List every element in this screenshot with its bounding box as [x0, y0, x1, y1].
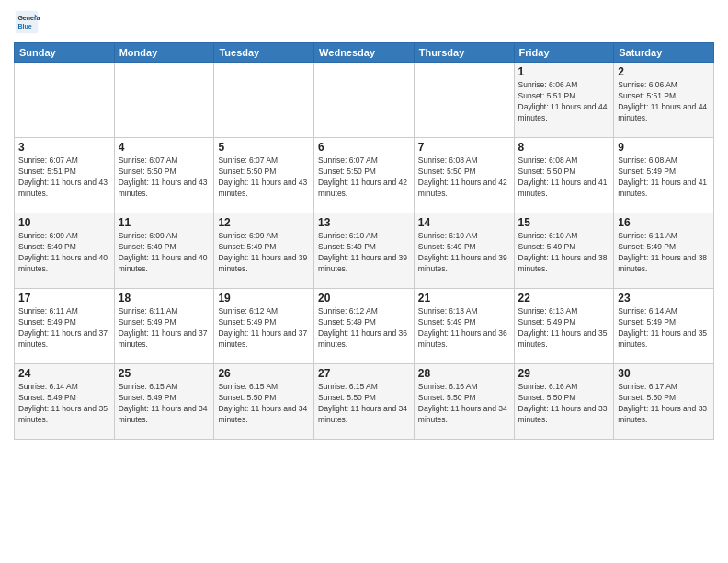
cell-day-number: 12: [218, 216, 310, 229]
calendar-header: SundayMondayTuesdayWednesdayThursdayFrid…: [15, 43, 714, 63]
cell-info-text: Sunrise: 6:15 AM Sunset: 5:50 PM Dayligh…: [218, 382, 310, 426]
calendar-cell: 3Sunrise: 6:07 AM Sunset: 5:51 PM Daylig…: [15, 138, 115, 213]
cell-day-number: 28: [418, 367, 510, 380]
svg-text:Blue: Blue: [17, 23, 31, 29]
cell-day-number: 29: [518, 367, 610, 380]
cell-day-number: 21: [418, 292, 510, 304]
calendar-cell: 16Sunrise: 6:11 AM Sunset: 5:49 PM Dayli…: [614, 213, 714, 289]
calendar-cell: [214, 63, 314, 138]
cell-day-number: 3: [18, 141, 110, 154]
cell-info-text: Sunrise: 6:15 AM Sunset: 5:49 PM Dayligh…: [119, 382, 210, 426]
calendar-cell: 9Sunrise: 6:08 AM Sunset: 5:49 PM Daylig…: [614, 138, 714, 213]
cell-day-number: 14: [418, 216, 510, 229]
calendar-cell: 8Sunrise: 6:08 AM Sunset: 5:50 PM Daylig…: [514, 138, 614, 213]
cell-info-text: Sunrise: 6:08 AM Sunset: 5:50 PM Dayligh…: [418, 155, 510, 200]
calendar-cell: 21Sunrise: 6:13 AM Sunset: 5:49 PM Dayli…: [414, 289, 514, 364]
calendar-cell: 28Sunrise: 6:16 AM Sunset: 5:50 PM Dayli…: [414, 364, 514, 440]
calendar-cell: 11Sunrise: 6:09 AM Sunset: 5:49 PM Dayli…: [114, 213, 214, 289]
logo: General Blue: [14, 9, 43, 35]
cell-day-number: 15: [518, 216, 610, 229]
calendar-week-2: 3Sunrise: 6:07 AM Sunset: 5:51 PM Daylig…: [15, 138, 714, 213]
cell-info-text: Sunrise: 6:11 AM Sunset: 5:49 PM Dayligh…: [18, 306, 110, 350]
cell-day-number: 16: [618, 216, 710, 229]
weekday-header-saturday: Saturday: [614, 43, 714, 63]
calendar-cell: 23Sunrise: 6:14 AM Sunset: 5:49 PM Dayli…: [614, 289, 714, 364]
cell-info-text: Sunrise: 6:14 AM Sunset: 5:49 PM Dayligh…: [618, 306, 710, 350]
cell-info-text: Sunrise: 6:16 AM Sunset: 5:50 PM Dayligh…: [518, 382, 610, 426]
calendar-cell: 30Sunrise: 6:17 AM Sunset: 5:50 PM Dayli…: [614, 364, 714, 440]
calendar-cell: [114, 63, 214, 138]
calendar-cell: 24Sunrise: 6:14 AM Sunset: 5:49 PM Dayli…: [15, 364, 115, 440]
cell-info-text: Sunrise: 6:10 AM Sunset: 5:49 PM Dayligh…: [518, 231, 610, 275]
cell-day-number: 18: [119, 292, 210, 304]
calendar-cell: 10Sunrise: 6:09 AM Sunset: 5:49 PM Dayli…: [15, 213, 115, 289]
calendar-cell: 6Sunrise: 6:07 AM Sunset: 5:50 PM Daylig…: [314, 138, 415, 213]
calendar-week-4: 17Sunrise: 6:11 AM Sunset: 5:49 PM Dayli…: [15, 289, 714, 364]
cell-day-number: 26: [218, 367, 310, 380]
weekday-header-tuesday: Tuesday: [214, 43, 314, 63]
calendar-cell: 29Sunrise: 6:16 AM Sunset: 5:50 PM Dayli…: [514, 364, 614, 440]
calendar-week-3: 10Sunrise: 6:09 AM Sunset: 5:49 PM Dayli…: [15, 213, 714, 289]
calendar-cell: 7Sunrise: 6:08 AM Sunset: 5:50 PM Daylig…: [414, 138, 514, 213]
weekday-header-sunday: Sunday: [15, 43, 115, 63]
cell-day-number: 11: [119, 216, 210, 229]
weekday-header-wednesday: Wednesday: [314, 43, 415, 63]
calendar-cell: 5Sunrise: 6:07 AM Sunset: 5:50 PM Daylig…: [214, 138, 314, 213]
cell-day-number: 7: [418, 141, 510, 154]
cell-day-number: 5: [218, 141, 310, 154]
weekday-header-thursday: Thursday: [414, 43, 514, 63]
cell-day-number: 30: [618, 367, 710, 380]
cell-info-text: Sunrise: 6:12 AM Sunset: 5:49 PM Dayligh…: [218, 306, 310, 350]
cell-info-text: Sunrise: 6:06 AM Sunset: 5:51 PM Dayligh…: [618, 80, 710, 124]
main-container: General Blue SundayMondayTuesdayWednesda…: [0, 0, 728, 563]
calendar-cell: 14Sunrise: 6:10 AM Sunset: 5:49 PM Dayli…: [414, 213, 514, 289]
cell-info-text: Sunrise: 6:07 AM Sunset: 5:50 PM Dayligh…: [218, 155, 310, 200]
calendar-cell: 2Sunrise: 6:06 AM Sunset: 5:51 PM Daylig…: [614, 63, 714, 138]
cell-info-text: Sunrise: 6:07 AM Sunset: 5:50 PM Dayligh…: [119, 155, 210, 200]
weekday-header-friday: Friday: [514, 43, 614, 63]
calendar-cell: 4Sunrise: 6:07 AM Sunset: 5:50 PM Daylig…: [114, 138, 214, 213]
cell-info-text: Sunrise: 6:08 AM Sunset: 5:50 PM Dayligh…: [518, 155, 610, 200]
calendar-cell: 22Sunrise: 6:13 AM Sunset: 5:49 PM Dayli…: [514, 289, 614, 364]
header: General Blue: [14, 9, 714, 35]
cell-info-text: Sunrise: 6:09 AM Sunset: 5:49 PM Dayligh…: [119, 231, 210, 275]
cell-day-number: 24: [18, 367, 110, 380]
cell-day-number: 1: [518, 65, 610, 78]
cell-day-number: 2: [618, 65, 710, 78]
cell-day-number: 17: [18, 292, 110, 304]
cell-info-text: Sunrise: 6:15 AM Sunset: 5:50 PM Dayligh…: [318, 382, 410, 426]
cell-info-text: Sunrise: 6:07 AM Sunset: 5:50 PM Dayligh…: [318, 155, 410, 200]
weekday-header-row: SundayMondayTuesdayWednesdayThursdayFrid…: [15, 43, 714, 63]
cell-info-text: Sunrise: 6:09 AM Sunset: 5:49 PM Dayligh…: [218, 231, 310, 275]
calendar-cell: 18Sunrise: 6:11 AM Sunset: 5:49 PM Dayli…: [114, 289, 214, 364]
cell-info-text: Sunrise: 6:08 AM Sunset: 5:49 PM Dayligh…: [618, 155, 710, 200]
weekday-header-monday: Monday: [114, 43, 214, 63]
calendar-cell: 19Sunrise: 6:12 AM Sunset: 5:49 PM Dayli…: [214, 289, 314, 364]
cell-info-text: Sunrise: 6:16 AM Sunset: 5:50 PM Dayligh…: [418, 382, 510, 426]
cell-info-text: Sunrise: 6:17 AM Sunset: 5:50 PM Dayligh…: [618, 382, 710, 426]
calendar-table: SundayMondayTuesdayWednesdayThursdayFrid…: [14, 42, 714, 440]
cell-info-text: Sunrise: 6:10 AM Sunset: 5:49 PM Dayligh…: [418, 231, 510, 275]
calendar-body: 1Sunrise: 6:06 AM Sunset: 5:51 PM Daylig…: [15, 63, 714, 440]
cell-info-text: Sunrise: 6:14 AM Sunset: 5:49 PM Dayligh…: [18, 382, 110, 426]
cell-info-text: Sunrise: 6:11 AM Sunset: 5:49 PM Dayligh…: [119, 306, 210, 350]
calendar-week-5: 24Sunrise: 6:14 AM Sunset: 5:49 PM Dayli…: [15, 364, 714, 440]
cell-info-text: Sunrise: 6:09 AM Sunset: 5:49 PM Dayligh…: [18, 231, 110, 275]
cell-day-number: 19: [218, 292, 310, 304]
calendar-cell: 26Sunrise: 6:15 AM Sunset: 5:50 PM Dayli…: [214, 364, 314, 440]
cell-day-number: 27: [318, 367, 410, 380]
cell-day-number: 20: [318, 292, 410, 304]
calendar-cell: [15, 63, 115, 138]
calendar-cell: 15Sunrise: 6:10 AM Sunset: 5:49 PM Dayli…: [514, 213, 614, 289]
calendar-cell: [314, 63, 415, 138]
calendar-cell: 13Sunrise: 6:10 AM Sunset: 5:49 PM Dayli…: [314, 213, 415, 289]
cell-day-number: 10: [18, 216, 110, 229]
logo-icon: General Blue: [14, 9, 40, 35]
cell-day-number: 22: [518, 292, 610, 304]
calendar-cell: 1Sunrise: 6:06 AM Sunset: 5:51 PM Daylig…: [514, 63, 614, 138]
calendar-cell: 25Sunrise: 6:15 AM Sunset: 5:49 PM Dayli…: [114, 364, 214, 440]
calendar-week-1: 1Sunrise: 6:06 AM Sunset: 5:51 PM Daylig…: [15, 63, 714, 138]
cell-info-text: Sunrise: 6:07 AM Sunset: 5:51 PM Dayligh…: [18, 155, 110, 200]
cell-day-number: 6: [318, 141, 410, 154]
calendar-cell: 17Sunrise: 6:11 AM Sunset: 5:49 PM Dayli…: [15, 289, 115, 364]
